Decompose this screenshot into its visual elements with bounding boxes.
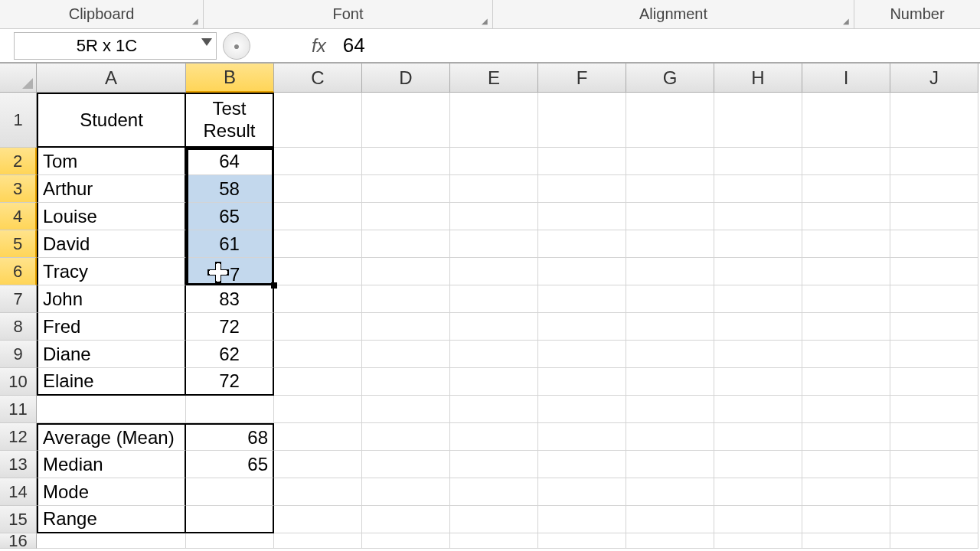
cell[interactable]: [802, 230, 890, 258]
cell[interactable]: [37, 533, 186, 549]
dialog-launcher-icon[interactable]: ◢: [190, 15, 201, 26]
cell[interactable]: [538, 203, 626, 230]
cell[interactable]: [450, 313, 538, 341]
cell[interactable]: [450, 533, 538, 549]
cell[interactable]: [714, 230, 802, 258]
row-header-1[interactable]: 1: [0, 93, 37, 148]
cell[interactable]: [450, 368, 538, 396]
cell-a7[interactable]: John: [37, 285, 186, 313]
cell[interactable]: [450, 341, 538, 368]
row-header-9[interactable]: 9: [0, 341, 37, 368]
cell-b7[interactable]: 83: [186, 285, 274, 313]
cell[interactable]: [274, 313, 362, 341]
row-header-12[interactable]: 12: [0, 423, 37, 451]
cell[interactable]: [538, 451, 626, 478]
cell-a13[interactable]: Median: [37, 451, 186, 478]
cell[interactable]: [626, 368, 714, 396]
cell[interactable]: [450, 148, 538, 175]
cell[interactable]: [450, 396, 538, 423]
cell-b15[interactable]: [186, 506, 274, 533]
row-header-14[interactable]: 14: [0, 478, 37, 506]
cell[interactable]: [714, 148, 802, 175]
cell[interactable]: [626, 313, 714, 341]
cell[interactable]: [714, 341, 802, 368]
cell[interactable]: [450, 258, 538, 285]
cell-a3[interactable]: Arthur: [37, 175, 186, 203]
cell[interactable]: [362, 451, 450, 478]
cell[interactable]: [714, 451, 802, 478]
row-header-11[interactable]: 11: [0, 396, 37, 423]
cell[interactable]: [626, 533, 714, 549]
cell[interactable]: [890, 175, 978, 203]
col-header-j[interactable]: J: [890, 64, 978, 93]
cell[interactable]: [802, 258, 890, 285]
col-header-i[interactable]: I: [802, 64, 890, 93]
col-header-e[interactable]: E: [450, 64, 538, 93]
cell[interactable]: [714, 506, 802, 533]
cell[interactable]: [450, 423, 538, 451]
dialog-launcher-icon[interactable]: ◢: [479, 15, 490, 26]
cell-b1[interactable]: Test Result: [186, 93, 274, 148]
cell[interactable]: [538, 506, 626, 533]
cancel-button[interactable]: ●: [223, 32, 250, 60]
cell[interactable]: [890, 368, 978, 396]
cell[interactable]: [714, 175, 802, 203]
cell-a4[interactable]: Louise: [37, 203, 186, 230]
cell[interactable]: [802, 506, 890, 533]
cell-b8[interactable]: 72: [186, 313, 274, 341]
cell[interactable]: [714, 203, 802, 230]
cell-a1[interactable]: Student: [37, 93, 186, 148]
dialog-launcher-icon[interactable]: ◢: [841, 15, 851, 26]
cell[interactable]: [186, 533, 274, 549]
cell[interactable]: [362, 423, 450, 451]
cell[interactable]: [274, 203, 362, 230]
cell[interactable]: [274, 423, 362, 451]
cell[interactable]: [626, 203, 714, 230]
cell[interactable]: [362, 506, 450, 533]
cell[interactable]: [802, 203, 890, 230]
cell[interactable]: [890, 148, 978, 175]
cell[interactable]: [538, 368, 626, 396]
cell[interactable]: [714, 258, 802, 285]
cell[interactable]: [890, 313, 978, 341]
cell[interactable]: [362, 175, 450, 203]
cell[interactable]: [362, 396, 450, 423]
col-header-d[interactable]: D: [362, 64, 450, 93]
cell[interactable]: [714, 533, 802, 549]
cell[interactable]: [890, 203, 978, 230]
cell[interactable]: [714, 423, 802, 451]
col-header-c[interactable]: C: [274, 64, 362, 93]
name-box-dropdown-icon[interactable]: [201, 38, 212, 46]
row-header-8[interactable]: 8: [0, 313, 37, 341]
cell[interactable]: [450, 285, 538, 313]
cell[interactable]: [890, 230, 978, 258]
cell[interactable]: [890, 533, 978, 549]
formula-input[interactable]: [337, 31, 980, 61]
col-header-g[interactable]: G: [626, 64, 714, 93]
cell[interactable]: [450, 175, 538, 203]
cell[interactable]: [538, 423, 626, 451]
cell[interactable]: [714, 396, 802, 423]
col-header-f[interactable]: F: [538, 64, 626, 93]
cell[interactable]: [802, 423, 890, 451]
cell[interactable]: [890, 285, 978, 313]
row-header-10[interactable]: 10: [0, 368, 37, 396]
cell[interactable]: [802, 285, 890, 313]
cell-b2[interactable]: 64: [186, 148, 274, 175]
cell[interactable]: [274, 506, 362, 533]
row-header-7[interactable]: 7: [0, 285, 37, 313]
cell[interactable]: [802, 148, 890, 175]
cell[interactable]: [802, 451, 890, 478]
cell[interactable]: [274, 230, 362, 258]
cell[interactable]: [538, 285, 626, 313]
cell[interactable]: [802, 396, 890, 423]
cell-b9[interactable]: 62: [186, 341, 274, 368]
cell[interactable]: [626, 506, 714, 533]
cell[interactable]: [538, 478, 626, 506]
cell[interactable]: [890, 451, 978, 478]
cell[interactable]: [538, 175, 626, 203]
cell[interactable]: [450, 230, 538, 258]
cell[interactable]: [802, 175, 890, 203]
cell[interactable]: [362, 368, 450, 396]
cell[interactable]: [274, 148, 362, 175]
